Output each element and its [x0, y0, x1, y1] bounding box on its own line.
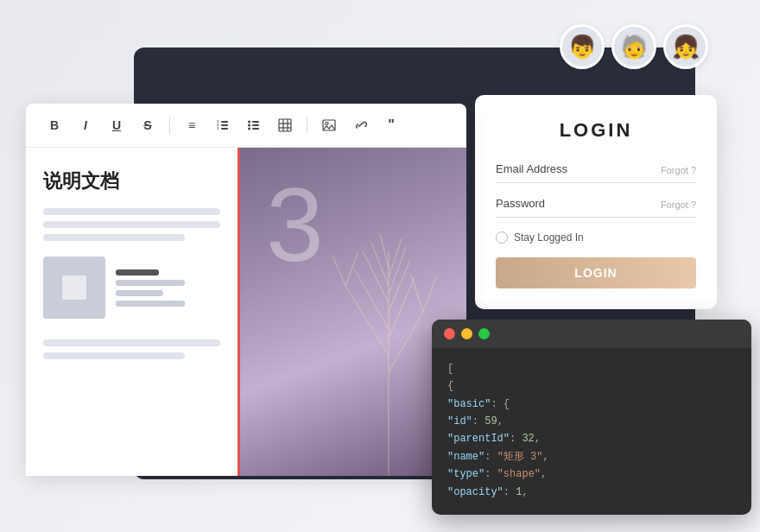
- bold-button[interactable]: B: [41, 112, 67, 138]
- svg-line-29: [389, 238, 402, 277]
- terminal-minimize-dot[interactable]: [461, 328, 472, 339]
- terminal-line-5: "parentId": 32,: [447, 430, 736, 447]
- login-card: LOGIN Email Address Forgot ? Password Fo…: [475, 95, 717, 309]
- doc-line-3: [43, 234, 185, 241]
- terminal-maximize-dot[interactable]: [478, 328, 490, 339]
- avatar-glasses[interactable]: 🧓: [611, 24, 656, 69]
- bottom-line-2: [43, 352, 185, 359]
- terminal-close-dot[interactable]: [444, 328, 455, 339]
- bottom-line-1: [43, 339, 220, 346]
- password-field-row: Password Forgot ?: [496, 197, 696, 218]
- plant-decoration: [328, 182, 449, 476]
- document-title: 说明文档: [43, 168, 220, 194]
- editor-card: B I U S ≡ 123 " 说: [26, 104, 466, 476]
- stay-logged-checkbox[interactable]: [496, 231, 508, 244]
- table-button[interactable]: [272, 112, 298, 138]
- quote-button[interactable]: ": [378, 112, 404, 138]
- document-lines: [43, 208, 220, 241]
- stay-logged-row: Stay Logged In: [496, 231, 696, 244]
- terminal-body: [ { "basic": { "id": 59, "parentId": 32,…: [432, 348, 751, 515]
- preview-line-narrow: [116, 290, 163, 296]
- terminal-line-6: "name": "矩形 3",: [447, 448, 736, 466]
- link-button[interactable]: [347, 112, 373, 138]
- terminal-line-3: "basic": {: [447, 396, 736, 413]
- underline-button[interactable]: U: [104, 112, 130, 138]
- email-forgot[interactable]: Forgot ?: [661, 165, 696, 175]
- terminal-line-4: "id": 59,: [447, 413, 736, 430]
- preview-text-lines: [116, 256, 185, 319]
- svg-rect-7: [252, 124, 259, 126]
- align-center-button[interactable]: ≡: [179, 112, 205, 138]
- svg-rect-12: [279, 119, 291, 131]
- image-button[interactable]: [316, 112, 342, 138]
- svg-line-21: [389, 312, 423, 372]
- terminal-line-8: "opacity": 1,: [447, 484, 736, 501]
- preview-box-inner: [62, 276, 86, 300]
- password-label: Password: [496, 197, 545, 210]
- email-field-row: Email Address Forgot ?: [496, 162, 696, 183]
- svg-line-20: [345, 286, 389, 355]
- preview-line-wide-2: [116, 301, 185, 307]
- svg-point-9: [248, 121, 250, 124]
- toolbar-divider-1: [169, 117, 170, 134]
- terminal-line-7: "type": "shape",: [447, 466, 736, 483]
- password-forgot[interactable]: Forgot ?: [661, 200, 696, 210]
- svg-line-32: [423, 277, 436, 312]
- toolbar: B I U S ≡ 123 ": [26, 104, 466, 148]
- preview-line-black: [116, 269, 159, 276]
- svg-rect-2: [221, 128, 228, 130]
- avatar-group: 👦 🧓 👧: [560, 24, 708, 69]
- avatar-girl[interactable]: 👧: [663, 24, 708, 69]
- preview-image-box: [43, 256, 105, 319]
- scene: 👦 🧓 👧 B I U S ≡ 123: [0, 0, 760, 532]
- terminal-line-2: {: [447, 377, 736, 395]
- terminal-card: [ { "basic": { "id": 59, "parentId": 32,…: [432, 320, 751, 515]
- terminal-header: [432, 320, 751, 348]
- svg-rect-1: [221, 124, 228, 126]
- svg-line-23: [389, 277, 415, 338]
- doc-line-2: [43, 221, 220, 228]
- svg-rect-6: [252, 121, 259, 123]
- ordered-list-button[interactable]: 123: [210, 112, 236, 138]
- document-bottom-lines: [43, 339, 220, 359]
- svg-line-33: [410, 273, 423, 312]
- toolbar-divider-2: [307, 117, 307, 134]
- login-title: LOGIN: [496, 119, 696, 142]
- svg-text:3: 3: [217, 126, 219, 130]
- svg-line-28: [380, 234, 389, 269]
- svg-line-22: [354, 269, 389, 329]
- document-number: 3: [266, 165, 324, 284]
- svg-line-31: [345, 251, 358, 286]
- document-preview: [43, 256, 220, 319]
- italic-button[interactable]: I: [73, 112, 98, 138]
- strikethrough-button[interactable]: S: [135, 112, 161, 138]
- terminal-line-1: [: [447, 360, 736, 377]
- doc-line-1: [43, 208, 220, 215]
- svg-point-10: [248, 124, 250, 127]
- svg-line-30: [332, 256, 345, 286]
- email-label: Email Address: [496, 162, 567, 175]
- svg-line-26: [371, 243, 389, 286]
- svg-point-11: [248, 128, 250, 130]
- svg-point-18: [326, 123, 328, 125]
- svg-rect-8: [252, 128, 259, 130]
- login-submit-button[interactable]: LOGIN: [496, 257, 696, 288]
- preview-line-wide-1: [116, 280, 185, 286]
- document-left-panel: 说明文档: [26, 148, 238, 476]
- stay-logged-label: Stay Logged In: [514, 231, 584, 244]
- document-content: 说明文档: [26, 148, 466, 476]
- unordered-list-button[interactable]: [241, 112, 267, 138]
- avatar-boy[interactable]: 👦: [560, 24, 605, 69]
- svg-rect-0: [221, 121, 228, 123]
